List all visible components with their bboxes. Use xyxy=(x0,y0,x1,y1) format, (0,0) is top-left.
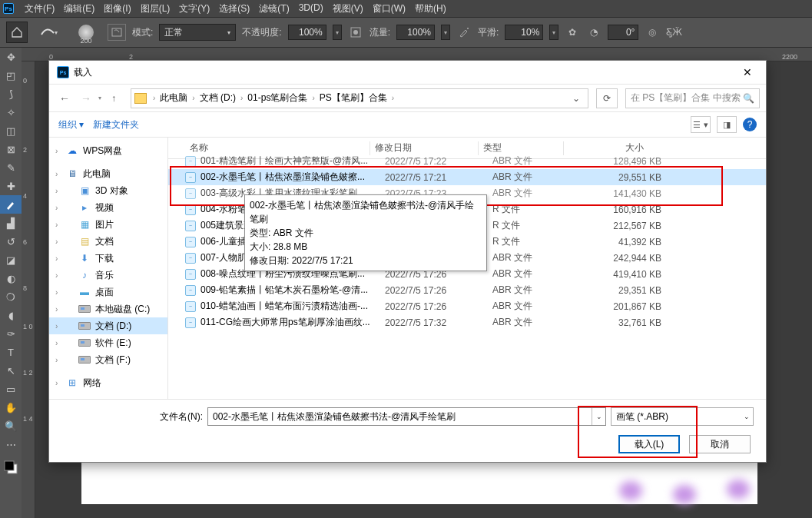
file-size: 41,392 KB xyxy=(577,237,661,247)
tool-zoom[interactable]: 🔍 xyxy=(0,417,22,435)
tool-pen[interactable]: ✑ xyxy=(0,324,22,343)
breadcrumb-part[interactable]: 此电脑 xyxy=(158,92,189,103)
breadcrumb-part[interactable]: 文档 (D:) xyxy=(198,92,237,103)
tool-hand[interactable]: ✋ xyxy=(0,398,22,417)
breadcrumb-part[interactable]: PS【笔刷】合集 xyxy=(318,92,389,103)
flow-input[interactable]: 100% xyxy=(396,25,435,40)
tool-shape[interactable]: ▭ xyxy=(0,380,22,398)
tool-lasso[interactable]: ⟆ xyxy=(0,85,22,103)
file-tooltip: 002-水墨毛笔丨枯焦浓墨渲染铺色皴擦书法-@清风手绘笔刷 类型: ABR 文件… xyxy=(244,194,487,271)
file-row[interactable]: ~009-铅笔素描丨铅笔木炭石墨粉笔-@清...2022/7/5 17:26AB… xyxy=(168,282,766,298)
tool-colors[interactable] xyxy=(0,458,22,476)
tool-eraser[interactable]: ◪ xyxy=(0,251,22,269)
flow-dropdown[interactable]: ▾ xyxy=(441,25,450,40)
menu-item[interactable]: 文字(Y) xyxy=(174,2,214,15)
breadcrumb-dropdown[interactable]: ⌄ xyxy=(568,93,585,104)
sidebar-item[interactable]: 软件 (E:) xyxy=(49,334,167,351)
menu-item[interactable]: 图层(L) xyxy=(136,2,175,15)
symmetry-icon[interactable]: Ƹ̵̡Ӝ xyxy=(666,25,681,40)
help-button[interactable]: ? xyxy=(743,118,757,131)
tool-blur[interactable]: ❍ xyxy=(0,287,22,306)
tool-type[interactable]: T xyxy=(0,343,22,361)
refresh-button[interactable]: ⟳ xyxy=(596,88,618,108)
sidebar-item[interactable]: 🖥此电脑 xyxy=(49,165,167,182)
tool-path[interactable]: ↖ xyxy=(0,361,22,380)
angle-icon[interactable]: ◔ xyxy=(586,25,602,40)
opacity-dropdown[interactable]: ▾ xyxy=(333,25,342,40)
nav-back[interactable]: ← xyxy=(55,89,74,108)
smooth-gear-icon[interactable]: ✿ xyxy=(565,25,580,40)
preview-pane-button[interactable]: ◨ xyxy=(717,116,737,133)
newfolder-button[interactable]: 新建文件夹 xyxy=(93,118,139,131)
tool-stamp[interactable]: ▟ xyxy=(0,214,22,232)
organize-button[interactable]: 组织 ▾ xyxy=(58,118,84,131)
tool-history[interactable]: ↺ xyxy=(0,232,22,251)
sidebar-item[interactable]: ♪音乐 xyxy=(49,267,167,284)
brush-size-preview[interactable]: 200 xyxy=(71,22,101,43)
menu-item[interactable]: 视图(V) xyxy=(328,2,368,15)
sidebar-item[interactable]: ▦图片 xyxy=(49,216,167,233)
tool-move[interactable]: ✥ xyxy=(0,48,22,66)
file-row[interactable]: ~001-精选笔刷丨绘画大神完整版-@清风...2022/7/5 17:22AB… xyxy=(168,153,766,169)
tool-dodge[interactable]: ◖ xyxy=(0,306,22,324)
sidebar-item[interactable]: 文档 (D:) xyxy=(49,317,167,334)
breadcrumb-part[interactable]: 01-ps笔刷合集 xyxy=(246,92,309,103)
pressure-size-icon[interactable]: ◎ xyxy=(645,25,660,40)
menu-item[interactable]: 编辑(E) xyxy=(59,2,99,15)
menu-item[interactable]: 文件(F) xyxy=(20,2,59,15)
tool-heal[interactable]: ✚ xyxy=(0,177,22,195)
sidebar-item[interactable]: ▸视频 xyxy=(49,199,167,216)
cancel-button[interactable]: 取消 xyxy=(689,435,751,453)
filename-input[interactable]: 002-水墨毛笔丨枯焦浓墨渲染铺色皴擦书法-@清风手绘笔刷 ⌄ xyxy=(207,407,606,426)
sidebar-item[interactable]: ⊞网络 xyxy=(49,374,167,391)
sidebar-label: 图片 xyxy=(95,218,114,231)
tool-frame[interactable]: ⊠ xyxy=(0,140,22,158)
menu-item[interactable]: 选择(S) xyxy=(214,2,254,15)
tool-marquee[interactable]: ◰ xyxy=(0,66,22,85)
home-button[interactable] xyxy=(6,22,28,43)
breadcrumb[interactable]: › 此电脑›文档 (D:)›01-ps笔刷合集›PS【笔刷】合集› ⌄ xyxy=(131,88,588,108)
tool-gradient[interactable]: ◐ xyxy=(0,269,22,287)
brush-panel-button[interactable] xyxy=(108,24,126,41)
sidebar-item[interactable]: ▬桌面 xyxy=(49,284,167,301)
nav-up[interactable]: ↑ xyxy=(104,89,123,108)
search-input[interactable]: 在 PS【笔刷】合集 中搜索 🔍 xyxy=(625,88,760,108)
file-size: 201,867 KB xyxy=(577,301,661,312)
angle-input[interactable]: 0° xyxy=(608,25,638,40)
mode-select[interactable]: 正常▾ xyxy=(159,24,236,41)
file-row[interactable]: ~010-蜡笔油画丨蜡笔布面污渍精选油画-...2022/7/5 17:26AB… xyxy=(168,298,766,314)
airbrush-icon[interactable] xyxy=(456,25,472,40)
menu-item[interactable]: 窗口(W) xyxy=(368,2,410,15)
tool-brush[interactable] xyxy=(0,195,22,214)
sidebar-item[interactable]: 本地磁盘 (C:) xyxy=(49,301,167,317)
tool-eyedropper[interactable]: ✎ xyxy=(0,158,22,177)
brush-preview[interactable]: ▾ xyxy=(34,22,65,43)
filetype-filter[interactable]: 画笔 (*.ABR) ⌄ xyxy=(611,407,754,426)
load-button[interactable]: 载入(L) xyxy=(618,435,680,453)
sidebar-item[interactable]: 文档 (F:) xyxy=(49,351,167,368)
smooth-input[interactable]: 10% xyxy=(505,25,543,40)
file-row[interactable]: ~002-水墨毛笔丨枯焦浓墨渲染铺色皴擦...2022/7/5 17:21ABR… xyxy=(168,169,766,185)
menu-item[interactable]: 图像(I) xyxy=(99,2,135,15)
sidebar-item[interactable]: ⬇下载 xyxy=(49,250,167,267)
filename-dropdown[interactable]: ⌄ xyxy=(592,408,605,425)
menu-item[interactable]: 帮助(H) xyxy=(410,2,451,15)
tool-wand[interactable]: ✧ xyxy=(0,103,22,121)
menu-item[interactable]: 滤镜(T) xyxy=(254,2,293,15)
nav-forward[interactable]: → xyxy=(77,89,95,108)
pressure-opacity-icon[interactable] xyxy=(348,25,363,40)
smooth-dropdown[interactable]: ▾ xyxy=(549,25,558,40)
sidebar-item[interactable]: ☁WPS网盘 xyxy=(49,142,167,159)
file-date: 2022/7/5 17:26 xyxy=(385,285,492,296)
sidebar-icon xyxy=(78,304,91,314)
sidebar-item[interactable]: ▣3D 对象 xyxy=(49,182,167,199)
view-mode-button[interactable]: ☰ ▾ xyxy=(691,116,711,133)
sidebar-icon: ▣ xyxy=(78,185,91,196)
close-button[interactable]: ✕ xyxy=(732,61,763,84)
opacity-input[interactable]: 100% xyxy=(288,25,326,40)
menu-item[interactable]: 3D(D) xyxy=(294,2,328,15)
sidebar-item[interactable]: ▤文档 xyxy=(49,233,167,250)
tool-crop[interactable]: ◫ xyxy=(0,121,22,140)
tool-more[interactable]: ⋯ xyxy=(0,435,22,453)
file-row[interactable]: ~011-CG绘画大师常用ps笔刷厚涂油画纹...2022/7/5 17:32A… xyxy=(168,314,766,330)
